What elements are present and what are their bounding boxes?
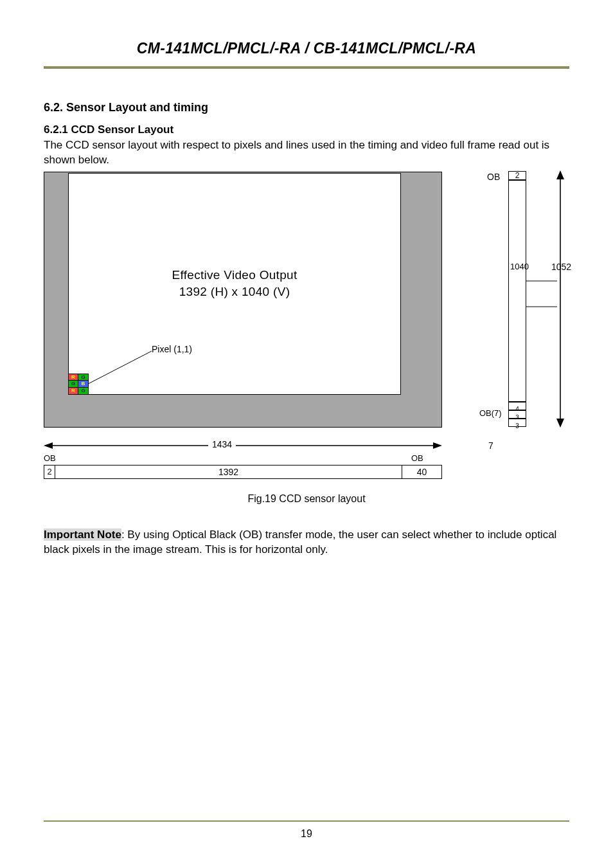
page: CM-141MCL/PMCL/-RA / CB-141MCL/PMCL/-RA …	[0, 0, 613, 583]
bayer-cell-b: B	[78, 381, 89, 388]
ccd-layout-diagram: Effective Video Output 1392 (H) x 1040 (…	[44, 172, 571, 500]
effective-output-line1: Effective Video Output	[172, 268, 298, 282]
v-1040-box	[508, 180, 526, 402]
small-box-3b: 3	[508, 419, 526, 427]
intro-paragraph: The CCD sensor layout with respect to pi…	[44, 138, 569, 168]
doc-header-title: CM-141MCL/PMCL/-RA / CB-141MCL/PMCL/-RA	[44, 40, 569, 57]
subsection-heading: 6.2.1 CCD Sensor Layout	[44, 123, 569, 136]
ob-top-label: OB	[487, 172, 500, 182]
svg-marker-7	[44, 442, 53, 449]
small-box-4: 4	[508, 402, 526, 410]
page-footer: 19	[44, 820, 569, 840]
pixel-origin-label: Pixel (1,1)	[152, 344, 192, 354]
header-rule	[44, 66, 569, 69]
top-2-box: 2	[508, 171, 526, 180]
section-heading: 6.2. Sensor Layout and timing	[44, 101, 569, 114]
page-number: 19	[44, 828, 569, 840]
h-7-label: 7	[488, 440, 493, 451]
h-ob-left-label: OB	[44, 453, 56, 463]
bayer-pattern: R G G B R G	[68, 374, 89, 395]
bayer-cell-r: R	[68, 374, 78, 381]
v-1052-ticks	[526, 172, 565, 429]
h-1434-arrow	[44, 440, 442, 451]
h-1434-label: 1434	[208, 439, 236, 449]
footer-rule	[44, 820, 569, 822]
h-40-box: 40	[402, 465, 442, 479]
important-note: Important Note: By using Optical Black (…	[44, 528, 569, 557]
effective-output-line2: 1392 (H) x 1040 (V)	[179, 285, 290, 299]
ob7-label: OB(7)	[479, 408, 502, 418]
h-ob-right-label: OB	[411, 453, 423, 463]
bayer-cell-r: R	[68, 388, 78, 395]
h-1392-box: 1392	[55, 465, 402, 479]
small-box-3a: 3	[508, 410, 526, 419]
svg-marker-8	[433, 442, 442, 449]
bayer-cell-g: G	[78, 388, 89, 395]
bayer-cell-g: G	[78, 374, 89, 381]
important-note-label: Important Note	[44, 529, 121, 541]
bayer-cell-g: G	[68, 381, 78, 388]
h-2-box: 2	[44, 465, 55, 479]
